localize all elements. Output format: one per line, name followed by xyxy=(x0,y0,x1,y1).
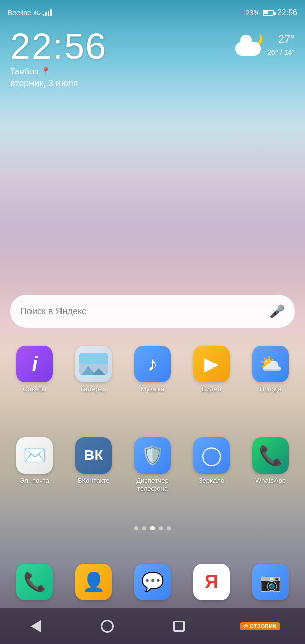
screen: Beeline 4G 23% 22:56 22:56 Тамбов 📍 xyxy=(0,0,305,644)
home-icon xyxy=(101,620,114,633)
dock: 📞 👤 💬 Я 📷 xyxy=(5,564,300,603)
signal-bar-2 xyxy=(45,12,47,16)
otzovik-watermark: © ОТЗОВИК xyxy=(240,622,279,630)
contacts-icon: 👤 xyxy=(82,571,105,593)
signal-bars xyxy=(43,9,52,16)
app-icon-music: ♪ xyxy=(134,346,171,382)
dot-4 xyxy=(159,526,163,530)
otzovik-logo: © ОТЗОВИК xyxy=(240,622,279,630)
clock-time: 22:56 xyxy=(10,28,107,65)
app-icon-whatsapp: 📞 xyxy=(252,437,289,474)
dock-contacts[interactable]: 👤 xyxy=(68,564,119,603)
app-tips[interactable]: i Советы xyxy=(9,346,60,393)
app-label-email: Эл. почта xyxy=(20,477,49,485)
page-dots xyxy=(0,526,305,530)
dock-icon-camera: 📷 xyxy=(252,564,289,600)
app-icon-tips: i xyxy=(16,346,53,382)
dock-icon-messages: 💬 xyxy=(134,564,171,600)
app-icon-gallery xyxy=(75,346,112,382)
recents-icon xyxy=(173,621,185,632)
carrier-label: Beeline xyxy=(8,9,32,17)
gallery-bg xyxy=(79,353,108,375)
clock-date: вторник, 3 июля xyxy=(10,78,107,89)
app-icon-mirror: ◯ xyxy=(193,437,230,474)
dot-3-active xyxy=(150,526,155,530)
status-time: 22:56 xyxy=(277,8,297,17)
dock-icon-contacts: 👤 xyxy=(75,564,112,600)
camera-icon: 📷 xyxy=(260,572,281,592)
app-label-video: Видео xyxy=(202,385,221,393)
status-left: Beeline 4G xyxy=(8,9,52,17)
app-label-music: Музыка xyxy=(141,385,164,393)
network-type: 4G xyxy=(34,10,41,16)
app-label-tips: Советы xyxy=(23,385,46,393)
weather-temps: 27° 26° / 14° xyxy=(267,30,295,58)
app-icon-vk: ВК xyxy=(75,437,112,474)
app-label-gallery: Галерея xyxy=(81,385,106,393)
signal-bar-1 xyxy=(43,14,44,16)
weather-app-icon: ⛅ xyxy=(259,353,282,375)
mirror-icon: ◯ xyxy=(201,445,222,466)
cloud-shape xyxy=(235,42,261,56)
navigation-bar: © ОТЗОВИК xyxy=(0,608,305,644)
signal-bar-4 xyxy=(50,9,52,16)
shield-icon: 🛡️ xyxy=(141,445,164,466)
gallery-sky xyxy=(79,353,108,364)
app-icon-video: ▶ xyxy=(193,346,230,382)
battery-body xyxy=(263,10,274,16)
back-icon xyxy=(30,620,41,632)
app-label-whatsapp: WhatsApp xyxy=(255,477,286,485)
vk-logo: ВК xyxy=(84,447,103,464)
apps-row-2: ✉️ Эл. почта ВК ВКонтакте 🛡️ Диспетчер т… xyxy=(5,437,300,493)
weather-icon: 🌙 xyxy=(235,33,263,56)
app-label-mirror: Зеркало xyxy=(199,477,224,485)
app-mirror[interactable]: ◯ Зеркало xyxy=(186,437,237,493)
play-icon: ▶ xyxy=(204,353,219,375)
battery-fill xyxy=(264,11,268,14)
app-label-phonemanager: Диспетчер телефона xyxy=(127,477,178,493)
apps-row-1: i Советы Галерея ♪ Музыка ▶ xyxy=(5,346,300,393)
tips-letter-i: i xyxy=(32,353,37,376)
app-weather[interactable]: ⛅ Погода xyxy=(245,346,296,393)
app-vk[interactable]: ВК ВКонтакте xyxy=(68,437,119,493)
app-label-vk: ВКонтакте xyxy=(78,477,110,485)
weather-temp-range: 26° / 14° xyxy=(267,47,295,58)
phone-icon: 📞 xyxy=(23,571,46,593)
signal-bar-3 xyxy=(48,11,49,16)
app-icon-phonemanager: 🛡️ xyxy=(134,437,171,474)
battery-percent: 23% xyxy=(246,9,260,17)
microphone-icon[interactable]: 🎤 xyxy=(269,304,285,319)
weather-area: 🌙 27° 26° / 14° xyxy=(235,30,295,58)
app-video[interactable]: ▶ Видео xyxy=(186,346,237,393)
back-button[interactable] xyxy=(25,616,46,636)
app-gallery[interactable]: Галерея xyxy=(68,346,119,393)
messages-icon: 💬 xyxy=(141,571,164,593)
location-text: Тамбов xyxy=(10,67,38,76)
dock-icon-phone: 📞 xyxy=(16,564,53,600)
location-pin-icon: 📍 xyxy=(41,67,51,76)
app-whatsapp[interactable]: 📞 WhatsApp xyxy=(245,437,296,493)
recents-button[interactable] xyxy=(169,616,189,636)
dock-phone[interactable]: 📞 xyxy=(9,564,60,603)
home-button[interactable] xyxy=(97,616,117,636)
yandex-logo: Я xyxy=(205,571,218,593)
battery-icon xyxy=(263,10,274,16)
status-right: 23% 22:56 xyxy=(246,8,297,17)
app-icon-email: ✉️ xyxy=(16,437,53,474)
clock-area: 22:56 Тамбов 📍 вторник, 3 июля xyxy=(10,28,107,89)
dot-5 xyxy=(167,526,171,530)
dock-camera[interactable]: 📷 xyxy=(245,564,296,603)
dock-yandex[interactable]: Я xyxy=(186,564,237,603)
app-phonemanager[interactable]: 🛡️ Диспетчер телефона xyxy=(127,437,178,493)
app-email[interactable]: ✉️ Эл. почта xyxy=(9,437,60,493)
dot-2 xyxy=(142,526,146,530)
clock-location: Тамбов 📍 xyxy=(10,67,107,76)
app-label-weather: Погода xyxy=(260,385,282,393)
app-music[interactable]: ♪ Музыка xyxy=(127,346,178,393)
status-bar: Beeline 4G 23% 22:56 xyxy=(0,0,305,25)
search-bar[interactable]: Поиск в Яндекс 🎤 xyxy=(10,295,295,328)
dock-icon-yandex: Я xyxy=(193,564,230,600)
dock-messages[interactable]: 💬 xyxy=(127,564,178,603)
gallery-mountain2 xyxy=(92,368,106,375)
music-note-icon: ♪ xyxy=(148,353,158,375)
